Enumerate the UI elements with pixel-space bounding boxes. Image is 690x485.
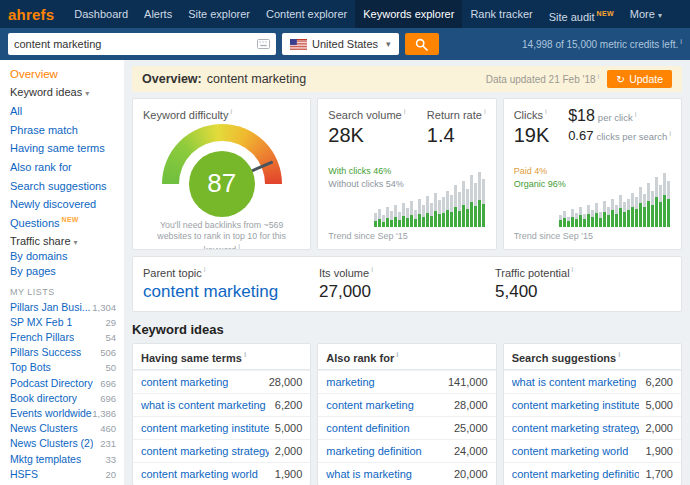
also-rank-for-header: Also rank fori (318, 344, 495, 371)
my-list-item[interactable]: News Clusters460 (10, 421, 116, 436)
keyword-link[interactable]: what is marketing (326, 468, 412, 480)
nav-content-explorer[interactable]: Content explorer (258, 0, 355, 28)
keyword-volume: 20,000 (454, 468, 488, 480)
keyword-link[interactable]: content marketing world (141, 468, 258, 480)
keyword-link[interactable]: what is content marketing (141, 399, 266, 411)
nav-site-audit-label: Site audit (549, 11, 595, 23)
sidebar-section-traffic-share[interactable]: Traffic share▾ (10, 235, 116, 247)
sidebar: Overview Keyword ideas▾ All Phrase match… (0, 60, 124, 485)
nav-more[interactable]: More▾ (622, 0, 670, 28)
keyword-ideas-header-label: Keyword ideas (10, 86, 82, 98)
keyword-link[interactable]: content marketing definition (512, 468, 640, 480)
search-suggestions-table: Search suggestionsi what is content mark… (503, 343, 682, 485)
sidebar-section-keyword-ideas[interactable]: Keyword ideas▾ (10, 86, 116, 98)
my-list-item[interactable]: Book directory696 (10, 391, 116, 406)
keyword-search-input[interactable] (14, 38, 257, 50)
sidebar-keyword-ideas-item[interactable]: QuestionsNEW (10, 212, 116, 231)
difficulty-value: 87 (189, 151, 255, 217)
my-list-item[interactable]: Mktg templates33 (10, 452, 116, 467)
keyword-link[interactable]: content marketing world (512, 445, 629, 457)
keyword-link[interactable]: content definition (326, 422, 409, 434)
keyword-row: what is content marketing6,200 (133, 393, 310, 416)
cpc-line: $18per clicki (568, 107, 671, 126)
keyword-link[interactable]: what is content marketing (512, 376, 637, 388)
nav-rank-tracker[interactable]: Rank tracker (462, 0, 540, 28)
search-volume-trend-chart (374, 169, 486, 227)
my-list-item[interactable]: Top Bots50 (10, 360, 116, 375)
update-button[interactable]: ↻Update (607, 70, 672, 88)
cpc-value: $18 (568, 107, 595, 124)
keyword-row: content marketing institute5,000 (133, 416, 310, 439)
keyword-link[interactable]: marketing (326, 376, 374, 388)
clicks-card: Clicksi 19K $18per clicki 0.67clicks per… (503, 98, 682, 250)
search-button[interactable] (405, 33, 439, 55)
my-list-item[interactable]: Podcast Directory696 (10, 376, 116, 391)
ahrefs-logo[interactable]: ahrefs (8, 6, 54, 23)
info-icon: i (404, 107, 406, 116)
keyword-volume: 6,200 (645, 376, 673, 388)
keyword-volume: 1,700 (645, 468, 673, 480)
sidebar-item-overview[interactable]: Overview (10, 66, 116, 82)
search-input-wrap (8, 33, 276, 55)
nav-alerts[interactable]: Alerts (136, 0, 180, 28)
keyboard-icon[interactable] (257, 39, 270, 49)
clicks-value: 19K (514, 124, 550, 147)
info-icon: i (484, 107, 486, 116)
info-icon: i (572, 265, 574, 274)
keyword-row: marketing definition24,000 (318, 439, 495, 462)
keyword-link[interactable]: content marketing strategy (512, 422, 640, 434)
search-suggestions-header: Search suggestionsi (504, 344, 681, 371)
search-suggestions-rows: what is content marketing6,200 content m… (504, 370, 681, 485)
traffic-share-header-label: Traffic share (10, 235, 71, 247)
my-list-item[interactable]: News Clusters (2)231 (10, 436, 116, 451)
nav-site-explorer[interactable]: Site explorer (180, 0, 258, 28)
parent-topic-link[interactable]: content marketing (143, 282, 319, 302)
info-icon: i (204, 265, 206, 274)
my-list-item[interactable]: Events worldwide1,386 (10, 406, 116, 421)
keyword-volume: 2,000 (645, 422, 673, 434)
my-list-item[interactable]: Pillars Success506 (10, 345, 116, 360)
keyword-row: content marketing definition1,700 (504, 462, 681, 485)
overview-header-bar: Overview: content marketing Data updated… (132, 66, 682, 92)
nav-keywords-explorer[interactable]: Keywords explorer (355, 0, 462, 28)
my-list-item[interactable]: French Pillars54 (10, 330, 116, 345)
keyword-volume: 25,000 (454, 422, 488, 434)
keyword-link[interactable]: content marketing (326, 399, 413, 411)
keyword-link[interactable]: content marketing strategy (141, 445, 269, 457)
keyword-volume: 28,000 (269, 376, 303, 388)
nav-site-audit[interactable]: Site auditNEW (541, 0, 622, 28)
content-area: Overview Keyword ideas▾ All Phrase match… (0, 60, 690, 485)
search-volume-title: Search volumei (328, 107, 405, 121)
my-list-item[interactable]: HSFS20 (10, 467, 116, 482)
keyword-row: marketing141,000 (318, 370, 495, 393)
search-icon (415, 38, 428, 51)
country-select[interactable]: United States ▾ (282, 33, 399, 55)
sidebar-keyword-ideas-item[interactable]: Search suggestions (10, 175, 116, 194)
sidebar-traffic-share-item[interactable]: By domains (10, 249, 116, 264)
keyword-link[interactable]: content marketing institute (141, 422, 269, 434)
info-icon: i (371, 265, 373, 274)
sidebar-keyword-ideas-item[interactable]: All (10, 100, 116, 119)
keyword-ideas-links: All Phrase match Having same terms Also … (10, 100, 116, 231)
keyword-link[interactable]: content marketing (141, 376, 228, 388)
my-list-item[interactable]: SP MX Feb 129 (10, 315, 116, 330)
keyword-volume: 2,000 (275, 445, 303, 457)
new-badge: NEW (62, 216, 79, 223)
refresh-icon: ↻ (616, 73, 625, 85)
my-list-item[interactable]: Pillars Jan Busi...1,304 (10, 300, 116, 315)
caret-down-icon: ▾ (85, 89, 89, 98)
keyword-row: content marketing strategy2,000 (504, 416, 681, 439)
paid-label: Paid 4% (514, 165, 566, 178)
sidebar-keyword-ideas-item[interactable]: Newly discovered (10, 193, 116, 212)
sidebar-keyword-ideas-item[interactable]: Having same terms (10, 137, 116, 156)
sidebar-keyword-ideas-item[interactable]: Phrase match (10, 119, 116, 138)
search-volume-card: Search volumei 28K Return ratei 1.4 With… (317, 98, 496, 250)
keyword-row: content marketing28,000 (318, 393, 495, 416)
keyword-link[interactable]: content marketing institute (512, 399, 640, 411)
keyword-link[interactable]: marketing definition (326, 445, 421, 457)
nav-dashboard[interactable]: Dashboard (66, 0, 136, 28)
parent-topic-card: Parent topici content marketing Its volu… (132, 256, 682, 312)
sidebar-traffic-share-item[interactable]: By pages (10, 264, 116, 279)
keyword-difficulty-card: Keyword difficultyi 87 You'll need backl… (132, 98, 311, 250)
sidebar-keyword-ideas-item[interactable]: Also rank for (10, 156, 116, 175)
